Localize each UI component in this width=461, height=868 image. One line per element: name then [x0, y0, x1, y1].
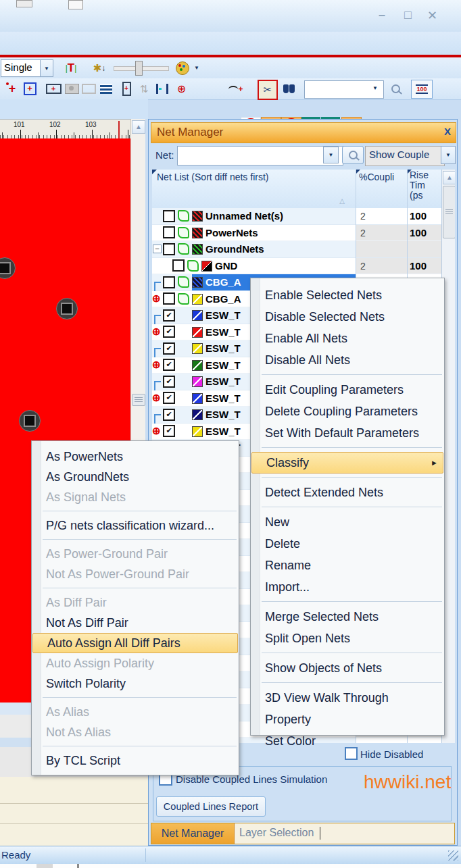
empty-rect-icon[interactable]: [80, 80, 97, 97]
menu-item-by-tcl-script[interactable]: By TCL Script: [32, 750, 239, 771]
column-header-coupling[interactable]: %Coupli: [356, 170, 407, 209]
menu-item-new[interactable]: New: [251, 511, 444, 533]
vertical-rect-icon[interactable]: +: [120, 80, 133, 97]
split-view-icon[interactable]: [153, 80, 170, 97]
net-visible-checkbox[interactable]: [163, 226, 175, 238]
minimize-icon[interactable]: –: [379, 8, 385, 22]
net-visible-checkbox[interactable]: ✔: [163, 409, 175, 421]
menu-item-enable-selected-nets[interactable]: Enable Selected Nets: [251, 284, 444, 306]
cut-icon[interactable]: ✂: [258, 80, 278, 100]
net-filter-input[interactable]: [177, 146, 343, 165]
menu-item-split-open-nets[interactable]: Split Open Nets: [251, 628, 444, 649]
scrollbar-thumb[interactable]: [132, 394, 145, 406]
net-color-swatch[interactable]: [192, 343, 203, 354]
menu-item-switch-polarity[interactable]: Switch Polarity: [32, 673, 239, 694]
net-name-cell[interactable]: Unnamed Net(s): [192, 208, 356, 224]
net-color-swatch[interactable]: [192, 327, 203, 338]
net-visible-checkbox[interactable]: ✔: [163, 309, 175, 322]
add-point-frame-icon[interactable]: +: [22, 80, 38, 97]
menu-item-disable-all-nets[interactable]: Disable All Nets: [251, 349, 444, 371]
column-header-rise-time[interactable]: Rise Tim (ps: [407, 170, 441, 209]
net-color-swatch[interactable]: [192, 211, 203, 222]
menu-item-as-powernets[interactable]: As PowerNets: [32, 446, 239, 467]
net-color-swatch[interactable]: [192, 244, 203, 255]
via-pad[interactable]: [19, 410, 41, 432]
net-color-swatch[interactable]: [192, 277, 203, 288]
menu-item-disable-selected-nets[interactable]: Disable Selected Nets: [251, 306, 444, 328]
scroll-up-icon[interactable]: ▲: [443, 171, 455, 184]
menu-item-enable-all-nets[interactable]: Enable All Nets: [251, 328, 444, 349]
menu-item-3d-view-walk-through[interactable]: 3D View Walk Through: [251, 687, 444, 709]
menu-item-show-objects-of-nets[interactable]: Show Objects of Nets: [251, 657, 444, 679]
palette-dropdown-icon[interactable]: ▼: [192, 59, 201, 76]
net-visible-checkbox[interactable]: [163, 243, 175, 255]
mode-select[interactable]: Single: [1, 59, 44, 77]
net-row-powernets[interactable]: PowerNets2100: [152, 225, 441, 242]
net-row-gnd[interactable]: GND2100: [152, 258, 441, 275]
show-filter-dropdown[interactable]: ▼: [441, 146, 456, 164]
net-visible-checkbox[interactable]: [163, 210, 175, 222]
zoom-slider-thumb[interactable]: [135, 61, 143, 76]
net-visible-checkbox[interactable]: ✔: [163, 359, 175, 371]
resize-grip[interactable]: [448, 850, 458, 861]
net-visible-checkbox[interactable]: [163, 292, 175, 305]
menu-item-set-color[interactable]: Set Color: [251, 730, 444, 752]
zoom-100-icon[interactable]: 100: [411, 80, 433, 99]
layers-icon[interactable]: [97, 80, 115, 97]
toolbar-search-dropdown[interactable]: ▼: [369, 82, 381, 95]
net-name-cell[interactable]: GroundNets: [192, 241, 356, 257]
net-search-button[interactable]: [342, 146, 364, 164]
menu-item-classify[interactable]: Classify►: [251, 452, 443, 474]
net-visible-checkbox[interactable]: ✔: [163, 342, 175, 355]
menu-item-property[interactable]: Property: [251, 709, 444, 730]
menu-item-auto-assign-all-diff-pairs[interactable]: Auto Assign All Diff Pairs: [32, 633, 238, 653]
maximize-icon[interactable]: □: [404, 8, 412, 22]
net-color-swatch[interactable]: [192, 376, 203, 387]
menu-item-delete-coupling-parameters[interactable]: Delete Coupling Parameters: [251, 401, 444, 422]
net-visible-checkbox[interactable]: [163, 276, 175, 288]
tab-layer-selection[interactable]: Layer Selection: [239, 827, 314, 839]
net-color-swatch[interactable]: [192, 228, 203, 238]
via-pad[interactable]: [56, 298, 78, 320]
menu-item-merge-selected-nets[interactable]: Merge Selected Nets: [251, 606, 444, 628]
palette-icon[interactable]: [174, 59, 191, 76]
net-visible-checkbox[interactable]: ✔: [163, 392, 175, 404]
find-binoculars-icon[interactable]: [279, 80, 298, 97]
probe-pins-icon[interactable]: |T|: [59, 60, 82, 76]
image-capture-icon[interactable]: [63, 80, 80, 97]
menu-item-p-g-nets-classification-wizard[interactable]: P/G nets classification wizard...: [32, 515, 239, 536]
coupled-lines-report-button[interactable]: Coupled Lines Report: [156, 796, 266, 817]
add-point-icon[interactable]: +: [4, 80, 20, 97]
collapse-icon[interactable]: –: [153, 245, 162, 253]
menu-item-edit-coupling-parameters[interactable]: Edit Coupling Parameters: [251, 379, 444, 401]
net-row-unnamed-net-s-[interactable]: Unnamed Net(s)2100: [152, 208, 441, 225]
tab-net-manager[interactable]: Net Manager: [151, 823, 235, 844]
net-color-swatch[interactable]: [192, 310, 203, 321]
add-rect-icon[interactable]: +: [45, 80, 62, 97]
menu-item-rename[interactable]: Rename: [251, 555, 444, 576]
distribute-icon[interactable]: ⇅: [136, 80, 152, 97]
menu-item-import[interactable]: Import...: [251, 576, 444, 598]
menu-item-detect-extended-nets[interactable]: Detect Extended Nets: [251, 482, 444, 503]
net-visible-checkbox[interactable]: [172, 259, 185, 272]
net-color-swatch[interactable]: [192, 393, 203, 404]
menu-item-delete[interactable]: Delete: [251, 533, 444, 555]
scrollbar-thumb[interactable]: [443, 186, 455, 238]
net-color-swatch[interactable]: [192, 426, 203, 437]
net-row-groundnets[interactable]: –GroundNets: [152, 241, 441, 258]
net-manager-titlebar[interactable]: Net Manager X: [151, 122, 456, 143]
panel-close-icon[interactable]: X: [444, 126, 451, 137]
menu-item-set-with-default-parameters[interactable]: Set With Default Parameters: [251, 422, 444, 444]
search-magnifier-icon[interactable]: [387, 80, 404, 97]
net-visible-checkbox[interactable]: ✔: [163, 326, 175, 338]
via-pad[interactable]: [0, 257, 16, 279]
net-color-swatch[interactable]: [192, 360, 203, 371]
net-name-cell[interactable]: GND: [201, 258, 356, 274]
menu-item-not-as-diff-pair[interactable]: Not As Diff Pair: [32, 613, 239, 633]
column-header-net-list[interactable]: Net List (Sort diff nets first) △: [152, 170, 356, 209]
net-visible-checkbox[interactable]: ✔: [163, 376, 175, 388]
net-color-swatch[interactable]: [192, 294, 203, 305]
close-icon[interactable]: ✕: [427, 8, 437, 23]
net-filter-dropdown[interactable]: ▼: [323, 147, 339, 163]
scroll-up-icon[interactable]: ▲: [132, 120, 145, 134]
